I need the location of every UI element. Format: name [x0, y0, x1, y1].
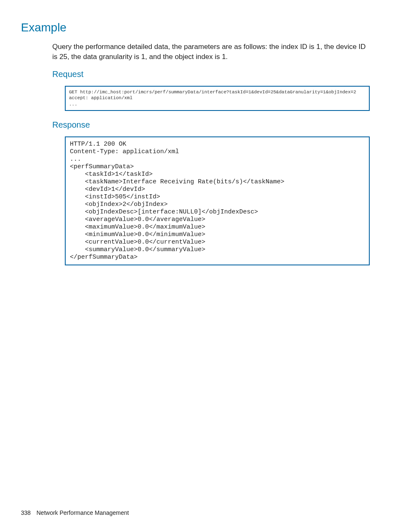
response-code-block: HTTP/1.1 200 OK Content-Type: applicatio… — [65, 136, 370, 265]
request-code-text: GET http://imc_host:port/imcrs/perf/summ… — [69, 89, 366, 108]
footer-section-title: Network Performance Management — [36, 509, 129, 516]
response-code-text: HTTP/1.1 200 OK Content-Type: applicatio… — [70, 141, 365, 261]
request-heading: Request — [52, 69, 374, 79]
request-code-block: GET http://imc_host:port/imcrs/perf/summ… — [65, 86, 370, 111]
description-paragraph: Query the performance detailed data, the… — [52, 42, 370, 62]
page-number: 338 — [21, 509, 31, 516]
response-heading: Response — [52, 120, 374, 130]
example-heading: Example — [21, 21, 374, 34]
page-footer: 338 Network Performance Management — [21, 509, 129, 516]
